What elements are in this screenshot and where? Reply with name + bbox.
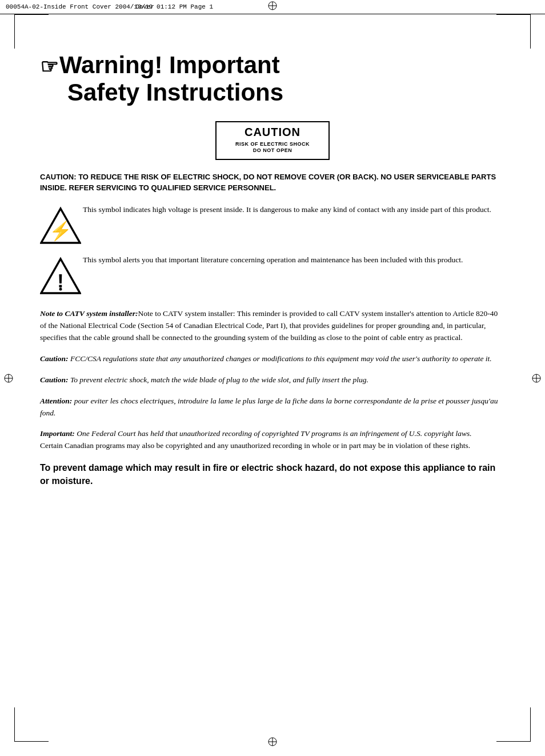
caution-box-wrapper: CAUTION RISK OF ELECTRIC SHOCK DO NOT OP… bbox=[40, 121, 505, 160]
exclamation-triangle-icon: ! bbox=[40, 254, 83, 298]
important-section: Important: One Federal Court has held th… bbox=[40, 428, 505, 452]
symbol1-text: This symbol indicates high voltage is pr… bbox=[83, 204, 491, 215]
reg-mark-left bbox=[3, 373, 14, 384]
caution-shock-text: To prevent electric shock, match the wid… bbox=[69, 375, 368, 384]
hand-icon: ☞ bbox=[40, 55, 58, 78]
header-cover-label: Cover bbox=[135, 3, 154, 10]
main-content: ☞Warning! Important Safety Instructions … bbox=[40, 29, 505, 727]
bottom-bold-text: To prevent damage which may result in fi… bbox=[40, 461, 505, 487]
caution-line1: RISK OF ELECTRIC SHOCK bbox=[228, 141, 317, 148]
caution-title: CAUTION bbox=[228, 126, 317, 139]
important-text1: One Federal Court has held that unauthor… bbox=[75, 429, 472, 438]
svg-text:⚡: ⚡ bbox=[49, 220, 72, 242]
page: 00054A-02-Inside Front Cover 2004/10/19 … bbox=[0, 0, 545, 756]
svg-point-16 bbox=[59, 287, 62, 290]
caution-line2: DO NOT OPEN bbox=[228, 147, 317, 154]
attention-french: Attention: pour eviter les chocs electri… bbox=[40, 395, 505, 419]
reg-mark-bottom bbox=[267, 736, 278, 747]
caution-fcc-label: Caution: bbox=[40, 354, 69, 363]
caution-fcc: Caution: FCC/CSA regulations state that … bbox=[40, 353, 505, 365]
caution-box: CAUTION RISK OF ELECTRIC SHOCK DO NOT OP… bbox=[215, 121, 330, 160]
reg-mark-right bbox=[531, 373, 542, 384]
important-label: Important: bbox=[40, 429, 75, 438]
lightning-triangle-icon: ⚡ bbox=[40, 204, 83, 247]
attention-label: Attention: bbox=[40, 397, 72, 405]
reg-mark-top bbox=[267, 0, 278, 11]
crop-mark-bottom-right-h bbox=[496, 741, 531, 742]
title-line2: Safety Instructions bbox=[67, 79, 283, 106]
crop-mark-bottom-right-v bbox=[530, 707, 531, 742]
symbol-row-1: ⚡ This symbol indicates high voltage is … bbox=[40, 204, 505, 247]
page-title: ☞Warning! Important Safety Instructions bbox=[40, 51, 505, 107]
title-line1: Warning! Important bbox=[59, 51, 280, 78]
crop-mark-top-right-v bbox=[530, 14, 531, 49]
symbol2-text: This symbol alerts you that important li… bbox=[83, 254, 463, 266]
important-text2: Certain Canadian programs may also be co… bbox=[40, 441, 470, 450]
caution-shock: Caution: To prevent electric shock, matc… bbox=[40, 374, 505, 386]
crop-mark-bottom-left-h bbox=[14, 741, 49, 742]
crop-mark-top-left-v bbox=[14, 14, 15, 49]
crop-mark-bottom-left-v bbox=[14, 707, 15, 742]
warning-paragraph: CAUTION: TO REDUCE THE RISK OF ELECTRIC … bbox=[40, 171, 505, 194]
note-catv: Note to CATV system installer:Note to CA… bbox=[40, 308, 505, 344]
symbol-row-2: ! This symbol alerts you that important … bbox=[40, 254, 505, 298]
attention-text: pour eviter les chocs electriques, intro… bbox=[40, 397, 498, 417]
caution-shock-label: Caution: bbox=[40, 375, 69, 384]
crop-mark-top-left-h bbox=[14, 14, 49, 15]
crop-mark-top-right-h bbox=[496, 14, 531, 15]
title-section: ☞Warning! Important Safety Instructions bbox=[40, 51, 505, 107]
caution-fcc-text: FCC/CSA regulations state that any unaut… bbox=[69, 354, 492, 363]
